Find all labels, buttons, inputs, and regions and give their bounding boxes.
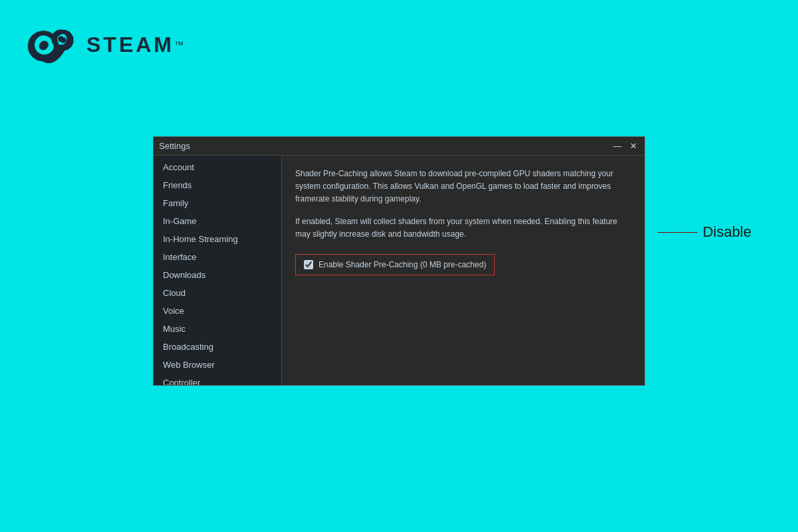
- main-content: Shader Pre-Caching allows Steam to downl…: [282, 156, 644, 385]
- minimize-button[interactable]: —: [611, 142, 624, 150]
- sidebar-item-in-game[interactable]: In-Game: [154, 212, 281, 230]
- sidebar-item-interface[interactable]: Interface: [154, 248, 281, 266]
- svg-point-8: [58, 36, 64, 42]
- disable-label: Disable: [703, 223, 751, 241]
- sidebar-item-broadcasting[interactable]: Broadcasting: [154, 338, 281, 356]
- sidebar-item-family[interactable]: Family: [154, 194, 281, 212]
- svg-point-6: [40, 41, 48, 49]
- description-paragraph-2: If enabled, Steam will collect shaders f…: [295, 215, 631, 241]
- shader-pre-caching-checkbox-area[interactable]: Enable Shader Pre-Caching (0 MB pre-cach…: [295, 254, 495, 275]
- annotation-line: [658, 232, 698, 233]
- sidebar-item-cloud[interactable]: Cloud: [154, 284, 281, 302]
- shader-pre-caching-label: Enable Shader Pre-Caching (0 MB pre-cach…: [319, 260, 486, 269]
- disable-annotation: Disable: [658, 223, 751, 241]
- sidebar-item-voice[interactable]: Voice: [154, 302, 281, 320]
- description-paragraph-1: Shader Pre-Caching allows Steam to downl…: [295, 168, 631, 206]
- window-content: Account Friends Family In-Game In-Home S…: [154, 156, 644, 385]
- sidebar-item-music[interactable]: Music: [154, 320, 281, 338]
- sidebar-item-downloads[interactable]: Downloads: [154, 266, 281, 284]
- sidebar-item-controller[interactable]: Controller: [154, 374, 281, 385]
- sidebar-item-web-browser[interactable]: Web Browser: [154, 356, 281, 374]
- steam-logo-text: STEAM™: [86, 33, 184, 57]
- steam-logo: STEAM™: [27, 27, 184, 63]
- title-bar: Settings — ✕: [154, 137, 644, 156]
- sidebar-item-account[interactable]: Account: [154, 158, 281, 176]
- title-bar-controls: — ✕: [611, 142, 639, 150]
- sidebar: Account Friends Family In-Game In-Home S…: [154, 156, 282, 385]
- shader-pre-caching-checkbox[interactable]: [304, 260, 313, 269]
- sidebar-item-friends[interactable]: Friends: [154, 176, 281, 194]
- window-title: Settings: [159, 141, 190, 151]
- sidebar-item-in-home-streaming[interactable]: In-Home Streaming: [154, 230, 281, 248]
- close-button[interactable]: ✕: [628, 142, 639, 150]
- settings-window: Settings — ✕ Account Friends Family In-G…: [153, 136, 645, 386]
- steam-logo-icon: [27, 27, 80, 63]
